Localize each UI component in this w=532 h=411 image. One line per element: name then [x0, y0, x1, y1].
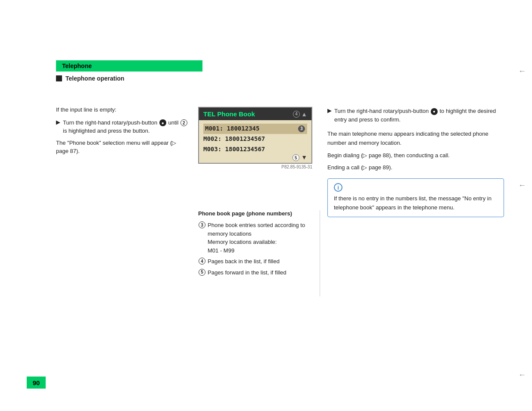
right-bullet-1: ▶ Turn the right-hand rotary/push-button… [327, 107, 504, 124]
arrow-marker-1: ← [518, 67, 526, 76]
telephone-operation: Telephone operation [56, 75, 202, 82]
circle-2: 2 [180, 119, 187, 126]
up-arrow: ▲ [301, 111, 307, 118]
bullet-text-1: Turn the right-hand rotary/push-button ●… [63, 118, 190, 135]
telephone-banner: Telephone [56, 60, 202, 72]
screen-row-1: M001: 180012345 3 [203, 124, 307, 134]
intro-text: If the input line is empty: [56, 106, 190, 114]
section-marker [56, 75, 62, 81]
row1-text: M001: 180012345 [205, 124, 259, 134]
bottom-caption: Phone book page (phone numbers) 3 Phone … [198, 210, 314, 279]
screen-body: M001: 180012345 3 M002: 18001234567 M003… [199, 120, 311, 163]
right-para-3: Ending a call (▷ page 89). [327, 163, 504, 172]
right-column: ▶ Turn the right-hand rotary/push-button… [327, 107, 504, 217]
right-para-1: The main telephone menu appears indicati… [327, 130, 504, 148]
up-btn: 4 ▲ [292, 111, 307, 118]
caption-range-3: M01 - M99 [208, 247, 234, 254]
left-column: If the input line is empty: ▶ Turn the r… [56, 106, 190, 160]
page-number: 90 [27, 377, 46, 389]
caption-body-3: Phone book entries sorted according to m… [208, 221, 314, 255]
circle-5: 5 [292, 154, 299, 161]
subtext-1: The "Phone book" selection menu will app… [56, 139, 190, 156]
bullet-arrow-1: ▶ [56, 119, 60, 125]
left-bullet-1: ▶ Turn the right-hand rotary/push-button… [56, 118, 190, 135]
circle-4-up: 4 [293, 111, 300, 118]
vertical-divider [320, 210, 320, 296]
caption-title: Phone book page (phone numbers) [198, 210, 314, 217]
info-icon: i [334, 183, 342, 192]
arrow-marker-3: ← [518, 371, 526, 380]
right-para-2: Begin dialing (▷ page 88), then conducti… [327, 151, 504, 160]
info-box: i If there is no entry in the numbers li… [327, 178, 504, 217]
arrow-marker-2: ← [518, 181, 526, 190]
operation-label: Telephone operation [65, 75, 124, 82]
circle-3: 3 [298, 125, 305, 132]
caption-item-3: 3 Phone book entries sorted according to… [198, 221, 314, 255]
down-arrow: ▼ [301, 154, 307, 161]
screen-header: TEL Phone Book 4 ▲ [199, 108, 311, 120]
right-bullet-arrow: ▶ [327, 107, 332, 114]
right-bullet-text-1: Turn the right-hand rotary/push-button ●… [334, 107, 504, 124]
caption-text-3: Phone book entries sorted according to m… [208, 222, 305, 237]
circle-num-3: 3 [199, 221, 205, 228]
caption-body-4: Pages back in the list, if filled [208, 257, 280, 266]
down-area: 5 ▼ [292, 154, 307, 162]
caption-sub-3: Memory locations available: [208, 239, 277, 245]
header-section: Telephone Telephone operation [56, 60, 202, 90]
caption-body-5: Pages forward in the list, if filled [208, 268, 286, 277]
screen-title: TEL Phone Book [203, 110, 255, 118]
caption-item-4: 4 Pages back in the list, if filled [198, 257, 314, 266]
screen-row-3: M003: 18001234567 [203, 144, 307, 155]
right-circle-filled: ● [431, 108, 438, 115]
circle-num-4: 4 [199, 258, 205, 265]
screen-box: TEL Phone Book 4 ▲ M001: 180012345 3 M00… [198, 107, 312, 164]
screen-caption: P82.85-9135-31 [198, 165, 312, 169]
circle-num-5: 5 [199, 269, 205, 276]
filled-circle-button: ● [159, 119, 166, 126]
phone-book-screen: TEL Phone Book 4 ▲ M001: 180012345 3 M00… [198, 107, 312, 169]
caption-item-5: 5 Pages forward in the list, if filled [198, 268, 314, 277]
screen-row-2: M002: 18001234567 [203, 134, 307, 144]
info-text: If there is no entry in the numbers list… [334, 194, 498, 212]
